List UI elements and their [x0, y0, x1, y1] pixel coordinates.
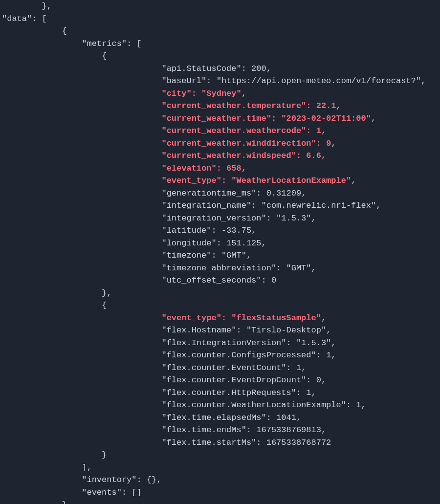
code-line: "timezone": "GMT",	[2, 249, 438, 262]
json-key: "flex.counter.EventDropCount"	[161, 375, 306, 385]
json-key: "latitude"	[161, 226, 211, 235]
json-value: 1675338769813	[256, 425, 321, 435]
code-line: "baseUrl": "https://api.open-meteo.com/v…	[2, 75, 438, 88]
json-key: "current_weather.windspeed"	[161, 151, 296, 160]
code-line: "flex.counter.ConfigsProcessed": 1,	[2, 349, 438, 362]
json-key: "current_weather.time"	[161, 114, 271, 123]
json-key: "event_type"	[161, 313, 221, 323]
code-line: "api.StatusCode": 200,	[2, 63, 438, 75]
code-line: "flex.time.elapsedMs": 1041,	[2, 412, 438, 424]
code-line: "metrics": [	[2, 38, 438, 50]
json-key: "api.StatusCode"	[161, 64, 241, 73]
json-value: 1	[326, 351, 331, 360]
code-line: ],	[2, 461, 438, 474]
json-key: "integration_version"	[161, 214, 266, 223]
json-key: "baseUrl"	[161, 76, 206, 86]
brace-close: },	[2, 1, 52, 11]
code-line: "timezone_abbreviation": "GMT",	[2, 262, 438, 275]
json-key-inventory: "inventory": {},	[2, 475, 161, 484]
json-key: "flex.IntegrationVersion"	[161, 338, 286, 348]
code-line: "integration_name": "com.newrelic.nri-fl…	[2, 199, 438, 212]
json-value: 22.1	[316, 101, 336, 110]
code-line: "current_weather.winddirection": 9,	[2, 137, 438, 150]
code-line: "latitude": -33.75,	[2, 224, 438, 237]
code-line: "flex.counter.EventDropCount": 0,	[2, 374, 438, 387]
json-value: "Tirslo-Desktop"	[246, 326, 326, 335]
json-value: "1.5.3"	[276, 214, 311, 223]
code-line: "integration_version": "1.5.3",	[2, 212, 438, 225]
code-line: "flex.time.endMs": 1675338769813,	[2, 424, 438, 437]
json-key: "flex.counter.EventCount"	[161, 363, 286, 373]
json-value: "https://api.open-meteo.com/v1/forecast?…	[217, 76, 421, 86]
json-value: 200	[251, 64, 266, 73]
json-key: "flex.Hostname"	[161, 326, 236, 335]
json-key: "generationtime_ms"	[161, 189, 256, 198]
code-line: "flex.counter.EventCount": 1,	[2, 362, 438, 374]
code-line: "events": []	[2, 486, 438, 499]
json-value: "GMT"	[221, 251, 246, 260]
code-line: "event_type": "WeatherLocationExample",	[2, 175, 438, 187]
code-line: "inventory": {},	[2, 474, 438, 486]
code-line: {	[2, 50, 438, 63]
code-line: "utc_offset_seconds": 0	[2, 274, 438, 287]
json-code-block: },"data": [ { "metrics": [ { "api.Status…	[0, 0, 440, 504]
code-line: "data": [	[2, 13, 438, 25]
json-key: "flex.counter.ConfigsProcessed"	[161, 351, 316, 360]
json-value: "GMT"	[286, 263, 311, 273]
code-line: "flex.time.startMs": 1675338768772	[2, 437, 438, 449]
json-key-events: "events": []	[2, 488, 142, 497]
json-value: 6.6	[306, 151, 321, 160]
code-line: "current_weather.temperature": 22.1,	[2, 100, 438, 112]
code-line: "current_weather.weathercode": 1,	[2, 125, 438, 137]
json-key: "flex.time.elapsedMs"	[161, 413, 266, 422]
code-line: }	[2, 449, 438, 461]
json-value: 1	[316, 126, 321, 135]
code-line: "flex.counter.WeatherLocationExample": 1…	[2, 399, 438, 412]
json-key: "elevation"	[161, 164, 216, 173]
json-value: 9	[326, 139, 331, 148]
code-line: },	[2, 0, 438, 13]
json-key-metrics: "metrics": [	[2, 39, 142, 48]
json-key: "city"	[161, 89, 191, 98]
code-line: {	[2, 299, 438, 312]
json-value: "1.5.3"	[296, 338, 331, 348]
json-key: "current_weather.weathercode"	[161, 126, 306, 135]
json-value: "flexStatusSample"	[231, 313, 321, 323]
code-line: "flex.counter.HttpRequests": 1,	[2, 387, 438, 399]
json-value: 151.125	[226, 239, 261, 248]
json-key: "flex.time.startMs"	[161, 438, 256, 447]
code-line: "generationtime_ms": 0.31209,	[2, 187, 438, 200]
json-value: "WeatherLocationExample"	[231, 176, 351, 185]
json-value: 1	[306, 388, 311, 397]
code-line: "current_weather.windspeed": 6.6,	[2, 150, 438, 162]
code-line: }	[2, 499, 438, 504]
json-key: "timezone_abbreviation"	[161, 263, 276, 273]
json-value: -33.75	[221, 226, 251, 235]
code-line: "city": "Sydney",	[2, 88, 438, 100]
code-line: "event_type": "flexStatusSample",	[2, 312, 438, 325]
json-value: 1	[356, 400, 361, 410]
json-value: "2023-02-02T11:00"	[281, 114, 371, 123]
code-line: "current_weather.time": "2023-02-02T11:0…	[2, 112, 438, 125]
code-line: },	[2, 287, 438, 300]
json-key: "integration_name"	[161, 201, 251, 210]
json-value: 1041	[276, 413, 296, 422]
code-line: "flex.IntegrationVersion": "1.5.3",	[2, 337, 438, 350]
json-value: 658	[226, 164, 242, 173]
json-key: "flex.counter.WeatherLocationExample"	[161, 400, 346, 410]
code-line: "elevation": 658,	[2, 162, 438, 175]
json-value: 0	[316, 375, 321, 385]
json-key: "flex.time.endMs"	[161, 425, 246, 435]
code-line: "longitude": 151.125,	[2, 237, 438, 250]
code-line: "flex.Hostname": "Tirslo-Desktop",	[2, 324, 438, 337]
json-key: "event_type"	[161, 176, 221, 185]
json-key: "longitude"	[161, 239, 216, 248]
json-value: "com.newrelic.nri-flex"	[262, 201, 376, 210]
json-value: "Sydney"	[201, 89, 242, 98]
code-line: {	[2, 25, 438, 38]
json-key-data: "data"	[2, 14, 32, 23]
json-value: 1	[296, 363, 301, 373]
json-value: 0	[271, 276, 276, 285]
json-key: "current_weather.temperature"	[161, 101, 306, 110]
json-key: "current_weather.winddirection"	[161, 139, 316, 148]
